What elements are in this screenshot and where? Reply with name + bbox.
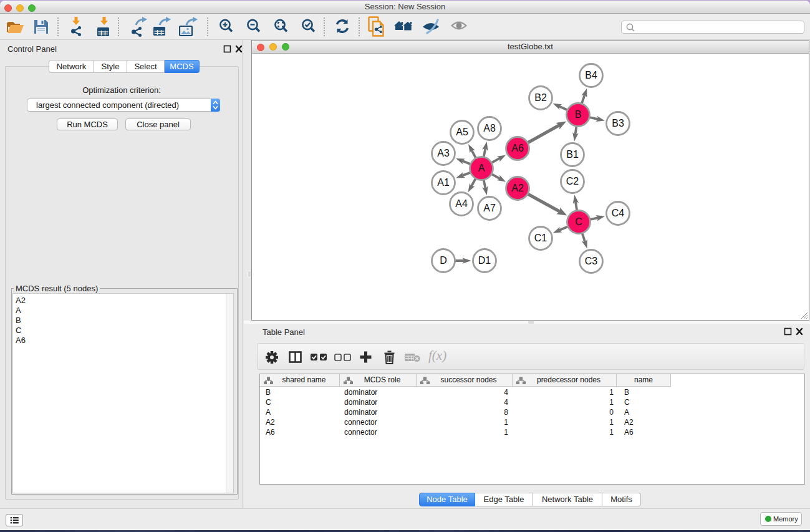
svg-text:C: C (575, 216, 582, 227)
svg-text:C4: C4 (612, 208, 625, 218)
svg-text:D: D (440, 255, 447, 266)
svg-text:B4: B4 (585, 70, 597, 80)
svg-text:A1: A1 (437, 177, 450, 188)
svg-text:C3: C3 (585, 256, 598, 266)
svg-text:A8: A8 (483, 123, 496, 133)
svg-text:A5: A5 (456, 127, 468, 137)
svg-text:B3: B3 (612, 118, 624, 128)
svg-text:A: A (478, 163, 485, 173)
svg-text:A2: A2 (511, 183, 524, 193)
svg-text:A3: A3 (437, 148, 450, 158)
svg-text:A6: A6 (511, 143, 524, 153)
svg-text:A7: A7 (483, 203, 496, 213)
svg-text:D1: D1 (478, 255, 491, 266)
svg-text:C2: C2 (566, 176, 579, 186)
svg-text:B: B (575, 109, 582, 120)
svg-text:A4: A4 (455, 198, 468, 209)
svg-text:C1: C1 (534, 233, 547, 243)
svg-text:Memory: Memory (773, 515, 798, 523)
svg-text:B1: B1 (566, 149, 579, 160)
svg-text:B2: B2 (534, 92, 547, 103)
